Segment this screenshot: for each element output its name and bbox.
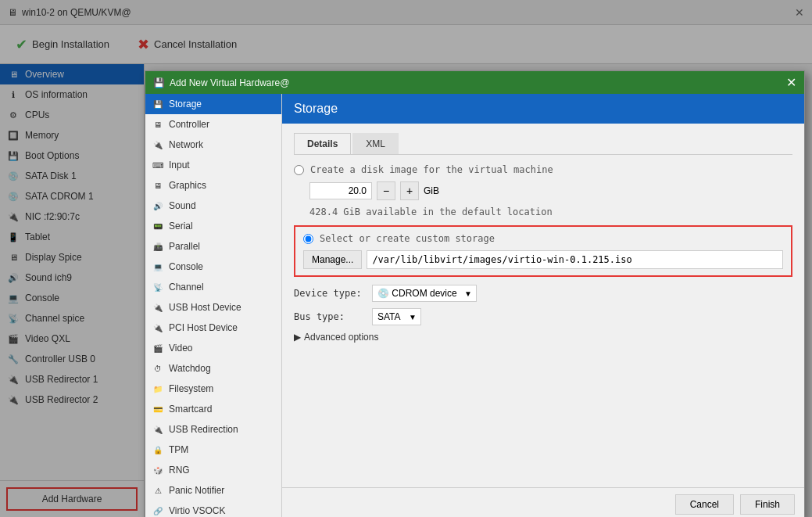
- sidebar-item-controller-usb0[interactable]: 🔧Controller USB 0: [0, 349, 144, 369]
- sidebar-item-usb-redirector1[interactable]: 🔌USB Redirector 1: [0, 369, 144, 390]
- detail-header: Storage: [282, 94, 804, 124]
- sidebar-icon-usb-redirector2: 🔌: [6, 393, 20, 407]
- device-type-select-wrapper: 💿 CDROM device 💾 Disk device ▼: [372, 285, 477, 302]
- sidebar-label-sound-ich9: Sound ich9: [25, 272, 72, 283]
- sidebar-label-controller-usb0: Controller USB 0: [25, 354, 95, 364]
- hw-icon-controller: 🖥: [152, 118, 164, 131]
- modal-cancel-button[interactable]: Cancel: [675, 494, 734, 515]
- hw-label-input: Input: [169, 160, 190, 171]
- sidebar-item-sata-cdrom1[interactable]: 💿SATA CDROM 1: [0, 186, 144, 206]
- sidebar-item-tablet[interactable]: 📱Tablet: [0, 227, 144, 247]
- modal-close-button[interactable]: ✕: [786, 75, 796, 90]
- hw-label-rng: RNG: [169, 465, 190, 476]
- hw-icon-serial: 📟: [152, 220, 164, 232]
- hw-icon-video: 🎬: [152, 342, 164, 354]
- radio-custom-storage-input[interactable]: [303, 234, 313, 244]
- modal-title-label: Add New Virtual Hardware@: [170, 77, 289, 88]
- sidebar-label-usb-redirector1: USB Redirector 1: [25, 374, 98, 385]
- hw-item-filesystem[interactable]: 📁Filesystem: [145, 379, 281, 399]
- hw-label-storage: Storage: [169, 99, 202, 110]
- sidebar-item-cpus[interactable]: ⚙CPUs: [0, 105, 144, 125]
- advanced-options[interactable]: ▶ Advanced options: [294, 332, 792, 343]
- hw-icon-watchdog: ⏱: [152, 362, 164, 375]
- sidebar-icon-tablet: 📱: [6, 230, 20, 244]
- hw-label-network: Network: [169, 139, 203, 150]
- hw-item-parallel[interactable]: 📠Parallel: [145, 236, 281, 257]
- sidebar-item-sata-disk1[interactable]: 💿SATA Disk 1: [0, 166, 144, 186]
- window-title: win10-2 on QEMU/KVM@: [22, 7, 131, 18]
- bus-type-label: Bus type:: [294, 311, 364, 322]
- sidebar-icon-cpus: ⚙: [6, 108, 20, 122]
- sidebar-item-os-info[interactable]: ℹOS information: [0, 84, 144, 105]
- device-type-select[interactable]: 💿 CDROM device 💾 Disk device: [372, 285, 477, 302]
- hw-item-channel[interactable]: 📡Channel: [145, 277, 281, 297]
- sidebar-icon-usb-redirector1: 🔌: [6, 372, 20, 386]
- add-hardware-modal: 💾 Add New Virtual Hardware@ ✕ 💾Storage🖥C…: [145, 70, 805, 517]
- hardware-list: 💾Storage🖥Controller🔌Network⌨Input🖥Graphi…: [145, 94, 282, 517]
- hw-icon-sound: 🔊: [152, 199, 164, 212]
- hw-icon-input: ⌨: [152, 159, 164, 171]
- size-increase-button[interactable]: +: [400, 181, 419, 200]
- sidebar-label-cpus: CPUs: [25, 110, 49, 120]
- hw-item-console[interactable]: 💻Console: [145, 257, 281, 277]
- hw-icon-rng: 🎲: [152, 464, 164, 476]
- tabs: DetailsXML: [294, 133, 792, 155]
- size-decrease-button[interactable]: −: [377, 181, 395, 200]
- size-input[interactable]: [309, 182, 372, 199]
- hw-label-filesystem: Filesystem: [169, 383, 213, 394]
- radio-custom-storage-label: Select or create custom storage: [320, 233, 495, 244]
- sidebar-item-nic[interactable]: 🔌NIC :f2:90:7c: [0, 206, 144, 227]
- hw-item-sound[interactable]: 🔊Sound: [145, 196, 281, 216]
- sidebar-icon-boot-options: 💾: [6, 149, 20, 163]
- manage-button[interactable]: Manage...: [303, 250, 362, 269]
- tab-xml[interactable]: XML: [352, 133, 399, 154]
- hw-label-serial: Serial: [169, 221, 193, 232]
- sidebar-item-channel-spice[interactable]: 📡Channel spice: [0, 308, 144, 329]
- storage-path-input[interactable]: [367, 250, 783, 269]
- cancel-installation-button[interactable]: ✖ Cancel Installation: [131, 33, 243, 56]
- hw-item-video[interactable]: 🎬Video: [145, 338, 281, 358]
- hw-item-usb-host-device[interactable]: 🔌USB Host Device: [145, 297, 281, 318]
- hw-icon-smartcard: 💳: [152, 403, 164, 415]
- radio-disk-image-input[interactable]: [294, 165, 304, 175]
- sidebar-item-overview[interactable]: 🖥Overview: [0, 64, 144, 84]
- device-type-row: Device type: 💿 CDROM device 💾 Disk devic…: [294, 285, 792, 302]
- hw-item-watchdog[interactable]: ⏱Watchdog: [145, 358, 281, 379]
- tab-details[interactable]: Details: [294, 133, 351, 154]
- custom-storage-row: Manage...: [303, 250, 783, 269]
- sidebar-item-display-spice[interactable]: 🖥Display Spice: [0, 247, 144, 267]
- hw-item-pci-host-device[interactable]: 🔌PCI Host Device: [145, 318, 281, 338]
- hw-item-panic-notifier[interactable]: ⚠Panic Notifier: [145, 480, 281, 501]
- sidebar-item-video-qxl[interactable]: 🎬Video QXL: [0, 329, 144, 349]
- window-close-button[interactable]: ✕: [795, 6, 804, 19]
- detail-content: DetailsXML Create a disk image for the v…: [282, 124, 804, 487]
- sidebar-item-console[interactable]: 💻Console: [0, 288, 144, 308]
- hw-icon-usb-host-device: 🔌: [152, 301, 164, 314]
- hw-item-tpm[interactable]: 🔒TPM: [145, 440, 281, 460]
- sidebar-bottom: Add Hardware: [0, 480, 144, 517]
- begin-installation-button[interactable]: ✔ Begin Installation: [9, 33, 116, 56]
- hw-item-network[interactable]: 🔌Network: [145, 135, 281, 155]
- hw-item-usb-redirection[interactable]: 🔌USB Redirection: [145, 419, 281, 440]
- hw-item-smartcard[interactable]: 💳Smartcard: [145, 399, 281, 419]
- sidebar-item-boot-options[interactable]: 💾Boot Options: [0, 145, 144, 166]
- sidebar-item-sound-ich9[interactable]: 🔊Sound ich9: [0, 267, 144, 288]
- hw-item-input[interactable]: ⌨Input: [145, 155, 281, 175]
- hw-item-rng[interactable]: 🎲RNG: [145, 460, 281, 480]
- hw-item-virtio-vsock[interactable]: 🔗Virtio VSOCK: [145, 501, 281, 517]
- modal-finish-button[interactable]: Finish: [740, 494, 795, 515]
- sidebar-label-boot-options: Boot Options: [25, 150, 79, 161]
- bus-type-select[interactable]: SATA VirtIO IDE: [372, 308, 421, 325]
- hw-item-graphics[interactable]: 🖥Graphics: [145, 175, 281, 196]
- hw-item-serial[interactable]: 📟Serial: [145, 216, 281, 236]
- modal-footer: Cancel Finish: [282, 487, 804, 517]
- sidebar-icon-display-spice: 🖥: [6, 250, 20, 264]
- sidebar-label-display-spice: Display Spice: [25, 252, 82, 263]
- add-hardware-button[interactable]: Add Hardware: [6, 487, 138, 511]
- hw-item-controller[interactable]: 🖥Controller: [145, 114, 281, 135]
- sidebar-item-memory[interactable]: 🔲Memory: [0, 125, 144, 145]
- sidebar-item-usb-redirector2[interactable]: 🔌USB Redirector 2: [0, 390, 144, 410]
- sidebar-label-sata-disk1: SATA Disk 1: [25, 171, 77, 181]
- hw-item-storage[interactable]: 💾Storage: [145, 94, 281, 114]
- sidebar-icon-memory: 🔲: [6, 128, 20, 142]
